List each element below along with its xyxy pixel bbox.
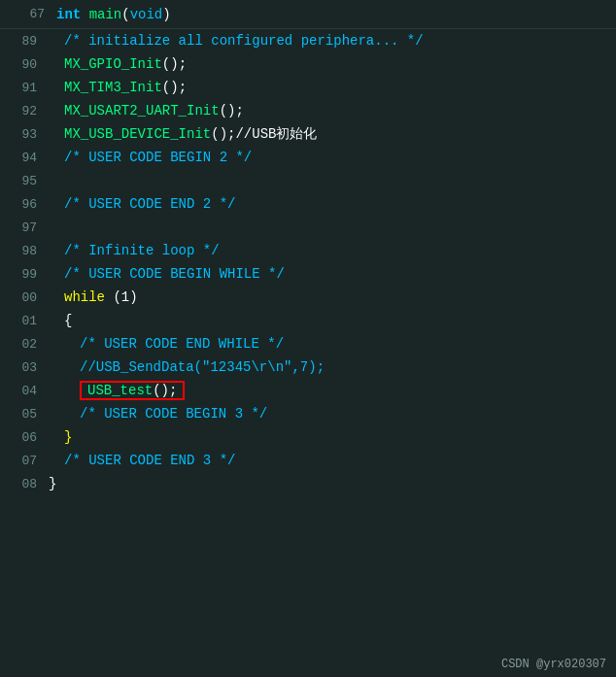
line-number: 06 xyxy=(0,430,49,445)
line-content: MX_USART2_UART_Init(); xyxy=(49,103,244,118)
code-token: (1) xyxy=(105,289,138,305)
line-content: MX_TIM3_Init(); xyxy=(49,80,187,95)
line-content: /* USER CODE BEGIN 3 */ xyxy=(49,406,267,422)
code-token: /* initialize all configured periphera..… xyxy=(64,33,424,49)
code-line: 89/* initialize all configured periphera… xyxy=(0,29,616,52)
line-content: MX_USB_DEVICE_Init();//USB初始化 xyxy=(49,125,317,143)
line-content: /* USER CODE END WHILE */ xyxy=(49,336,284,352)
header-funcname: main xyxy=(89,7,122,22)
code-editor: 67 int main ( void ) 89/* initialize all… xyxy=(0,0,616,677)
code-token: /* USER CODE BEGIN 3 */ xyxy=(80,406,267,422)
code-line: 03//USB_SendData("12345\r\n",7); xyxy=(0,355,616,379)
code-token: /* USER CODE BEGIN 2 */ xyxy=(64,150,252,165)
code-line: 98/* Infinite loop */ xyxy=(0,239,616,262)
line-number: 03 xyxy=(0,360,49,375)
code-token: ();//USB初始化 xyxy=(211,125,317,143)
code-line: 00while (1) xyxy=(0,286,616,309)
code-token: /* USER CODE BEGIN WHILE */ xyxy=(64,266,285,282)
code-line: 92MX_USART2_UART_Init(); xyxy=(0,99,616,122)
line-number: 96 xyxy=(0,197,49,212)
code-lines: 89/* initialize all configured periphera… xyxy=(0,29,616,495)
line-number: 91 xyxy=(0,81,49,95)
line-content: } xyxy=(49,476,56,491)
line-content: /* USER CODE BEGIN 2 */ xyxy=(49,150,252,165)
line-content: while (1) xyxy=(49,289,138,305)
line-content: //USB_SendData("12345\r\n",7); xyxy=(49,359,325,375)
highlight-box: USB_test(); xyxy=(80,381,185,400)
header-space xyxy=(81,7,88,22)
code-line: 04USB_test(); xyxy=(0,379,616,402)
code-line: 02/* USER CODE END WHILE */ xyxy=(0,332,616,355)
line-content: } xyxy=(49,429,72,445)
code-token: } xyxy=(64,429,72,445)
line-content: /* initialize all configured periphera..… xyxy=(49,33,424,49)
line-content: /* USER CODE END 2 */ xyxy=(49,196,235,212)
line-number: 01 xyxy=(0,314,49,328)
header-void: void xyxy=(130,7,163,22)
header-paren-open: ( xyxy=(121,7,129,22)
code-token: while xyxy=(64,289,105,305)
code-line: 01{ xyxy=(0,309,616,332)
line-number: 97 xyxy=(0,220,49,235)
code-line: 93MX_USB_DEVICE_Init();//USB初始化 xyxy=(0,122,616,146)
line-number: 07 xyxy=(0,454,49,468)
code-token: /* USER CODE END WHILE */ xyxy=(80,336,284,352)
code-token: (); xyxy=(220,103,244,118)
code-token: /* Infinite loop */ xyxy=(64,243,220,258)
line-number: 95 xyxy=(0,174,49,188)
code-token: (); xyxy=(162,80,187,95)
line-number: 93 xyxy=(0,127,49,142)
line-content: MX_GPIO_Init(); xyxy=(49,56,187,72)
watermark: CSDN @yrx020307 xyxy=(501,658,606,671)
code-token: (); xyxy=(153,383,177,398)
code-token: /* USER CODE END 3 */ xyxy=(64,453,235,468)
line-number: 00 xyxy=(0,290,49,305)
line-number: 99 xyxy=(0,267,49,282)
line-content: USB_test(); xyxy=(49,381,185,400)
line-content: /* USER CODE END 3 */ xyxy=(49,453,235,468)
code-token: USB_test xyxy=(87,383,153,398)
line-number: 08 xyxy=(0,477,49,491)
code-line: 99/* USER CODE BEGIN WHILE */ xyxy=(0,262,616,286)
code-line: 05/* USER CODE BEGIN 3 */ xyxy=(0,402,616,425)
line-number: 90 xyxy=(0,57,49,72)
code-token: (); xyxy=(162,56,187,72)
line-number: 04 xyxy=(0,384,49,398)
code-line: 07/* USER CODE END 3 */ xyxy=(0,449,616,472)
code-token: /* USER CODE END 2 */ xyxy=(64,196,235,212)
code-line: 08} xyxy=(0,472,616,495)
code-token: MX_USART2_UART_Init xyxy=(64,103,220,118)
keyword-int: int xyxy=(56,7,81,22)
code-token: //USB_SendData("12345\r\n",7); xyxy=(80,359,325,375)
line-number: 94 xyxy=(0,151,49,165)
line-content: /* USER CODE BEGIN WHILE */ xyxy=(49,266,285,282)
code-line: 97 xyxy=(0,216,616,239)
code-token: { xyxy=(64,313,72,328)
code-token: MX_TIM3_Init xyxy=(64,80,162,95)
code-line: 95 xyxy=(0,169,616,192)
code-line: 96/* USER CODE END 2 */ xyxy=(0,192,616,216)
code-token: MX_USB_DEVICE_Init xyxy=(64,126,211,142)
code-line: 90MX_GPIO_Init(); xyxy=(0,52,616,76)
code-line: 91MX_TIM3_Init(); xyxy=(0,76,616,99)
line-number: 98 xyxy=(0,244,49,258)
header-line: 67 int main ( void ) xyxy=(0,0,616,29)
line-number: 89 xyxy=(0,34,49,49)
line-content: { xyxy=(49,313,72,328)
header-paren-close: ) xyxy=(162,7,170,22)
line-content: /* Infinite loop */ xyxy=(49,243,220,258)
code-line: 94/* USER CODE BEGIN 2 */ xyxy=(0,146,616,169)
code-token: MX_GPIO_Init xyxy=(64,56,162,72)
line-number: 92 xyxy=(0,104,49,118)
line-number: 02 xyxy=(0,337,49,352)
code-line: 06} xyxy=(0,425,616,449)
line-number: 05 xyxy=(0,407,49,422)
code-token: } xyxy=(49,476,56,491)
header-line-number: 67 xyxy=(8,7,56,21)
